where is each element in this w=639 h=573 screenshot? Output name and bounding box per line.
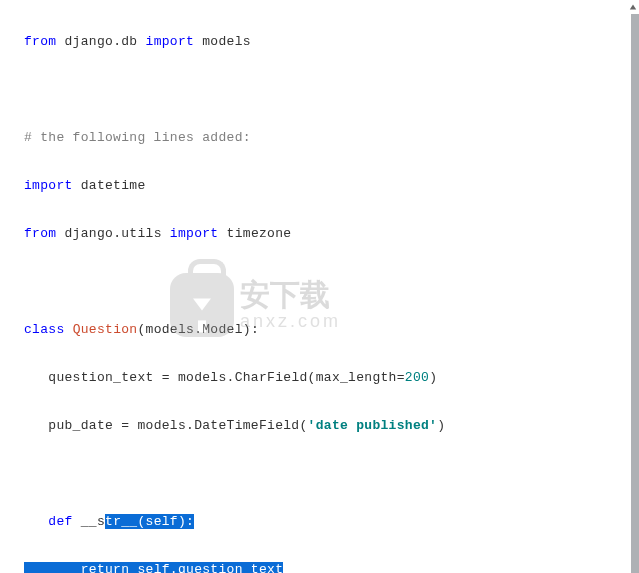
code-line	[24, 78, 614, 102]
code-line: from django.utils import timezone	[24, 222, 614, 246]
scrollbar-thumb[interactable]	[631, 14, 639, 573]
code-line: # the following lines added:	[24, 126, 614, 150]
code-line: question_text = models.CharField(max_len…	[24, 366, 614, 390]
code-content[interactable]: from django.db import models # the follo…	[0, 0, 614, 573]
code-line: def __str__(self):	[24, 510, 614, 534]
code-editor[interactable]: from django.db import models # the follo…	[0, 0, 639, 573]
code-line: return self.question_text	[24, 558, 614, 573]
code-line: pub_date = models.DateTimeField('date pu…	[24, 414, 614, 438]
vertical-scrollbar[interactable]	[627, 0, 639, 573]
scroll-up-icon[interactable]	[627, 0, 639, 14]
code-line: class Question(models.Model):	[24, 318, 614, 342]
code-line	[24, 270, 614, 294]
code-line	[24, 462, 614, 486]
svg-marker-0	[630, 5, 636, 10]
text-selection: return self.question_text	[24, 562, 283, 573]
code-line: from django.db import models	[24, 30, 614, 54]
code-line: import datetime	[24, 174, 614, 198]
text-selection: tr__(self):	[105, 514, 194, 529]
